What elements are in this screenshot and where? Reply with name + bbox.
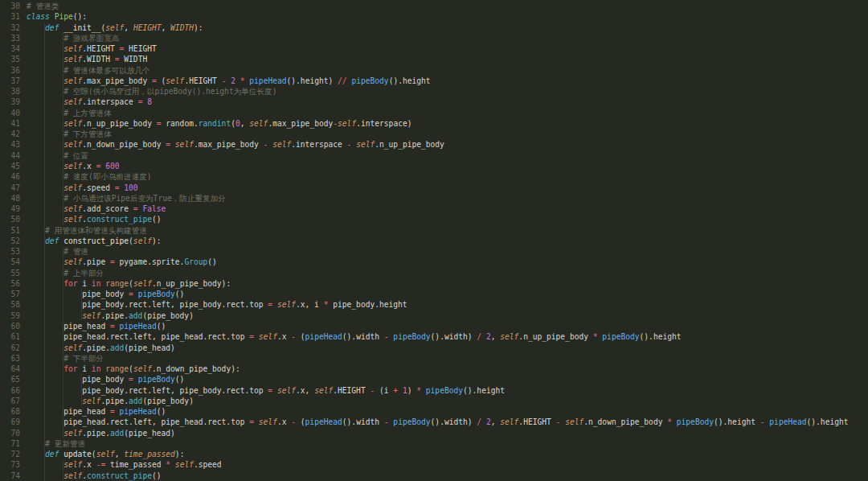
code-token-bl: pipeBody <box>426 386 463 395</box>
code-token-p: ( <box>296 332 305 341</box>
code-token-k: def <box>45 23 59 32</box>
code-content: pipe_body.rect.left, pipe_body.rect.top … <box>27 385 505 396</box>
code-line[interactable]: 47self.speed = 100 <box>0 183 868 193</box>
code-token-p: .pipe. <box>100 311 129 320</box>
indent-guides <box>27 374 82 384</box>
line-number: 41 <box>3 118 20 129</box>
code-token-p: .x <box>277 332 291 341</box>
code-line[interactable]: 53# 管道 <box>0 246 868 257</box>
code-token-p: () <box>152 471 162 480</box>
code-line[interactable]: 35self.WIDTH = WIDTH <box>0 54 868 64</box>
code-line[interactable]: 63# 下半部分 <box>0 353 868 364</box>
code-line[interactable]: 66pipe_body.rect.left, pipe_body.rect.to… <box>0 385 868 396</box>
code-line[interactable]: 45self.x = 600 <box>0 161 868 171</box>
code-line[interactable]: 60pipe_head = pipeHead() <box>0 321 868 331</box>
code-content: # 位置 <box>27 150 88 161</box>
line-number: 44 <box>3 150 20 161</box>
code-line[interactable]: 43self.n_down_pipe_body = self.max_pipe_… <box>0 139 868 150</box>
code-token-p: (pipe_head) <box>124 343 175 352</box>
code-content: # 管道类 <box>27 1 59 11</box>
code-line[interactable]: 33# 游戏界面宽高 <box>0 33 868 43</box>
code-editor[interactable]: 30# 管道类31class Pipe():32def __init__(sel… <box>0 0 868 481</box>
code-content: # 小鸟通过该Pipe后变为True，防止重复加分 <box>27 193 226 204</box>
code-line[interactable]: 67self.pipe.add(pipe_body) <box>0 396 868 406</box>
line-number: 55 <box>3 268 20 278</box>
code-token-p: .pipe. <box>82 343 110 352</box>
code-token-p: .HEIGHT <box>82 44 119 53</box>
code-line[interactable]: 64for i in range(self.n_down_pipe_body): <box>0 364 868 374</box>
code-line[interactable]: 30# 管道类 <box>0 1 868 11</box>
code-line[interactable]: 40# 上方管道体 <box>0 108 868 118</box>
code-line[interactable]: 58pipe_body.rect.left, pipe_body.rect.to… <box>0 299 868 310</box>
code-token-slf: time_passed <box>124 450 175 458</box>
code-line[interactable]: 57pipe_body = pipeBody() <box>0 289 868 299</box>
code-token-p: WIDTH <box>120 55 148 64</box>
code-line[interactable]: 31class Pipe(): <box>0 11 868 22</box>
code-token-slf: self <box>277 386 296 395</box>
code-line[interactable]: 59self.pipe.add(pipe_body) <box>0 310 868 321</box>
code-line[interactable]: 56for i in range(self.n_up_pipe_body): <box>0 278 868 289</box>
code-content: # 空隙(供小鸟穿过用，以pipeBody().height为单位长度) <box>27 86 276 97</box>
line-number: 36 <box>3 65 20 76</box>
line-number: 58 <box>3 299 20 310</box>
code-content: self.WIDTH = WIDTH <box>27 54 147 64</box>
code-line[interactable]: 42# 下方管道体 <box>0 129 868 139</box>
code-line[interactable]: 32def __init__(self, HEIGHT, WIDTH): <box>0 23 868 33</box>
code-token-slf: self <box>166 76 184 85</box>
code-line[interactable]: 71# 更新管道 <box>0 438 868 449</box>
code-line[interactable]: 61pipe_head.rect.left, pipe_head.rect.to… <box>0 331 868 342</box>
code-line[interactable]: 73self.x -= time_passed * self.speed <box>0 459 868 470</box>
code-line[interactable]: 46# 速度(即小鸟前进速度) <box>0 171 868 182</box>
code-token-p: ().height <box>714 417 760 426</box>
code-line[interactable]: 65pipe_body = pipeBody() <box>0 374 868 384</box>
code-token-c: # 速度(即小鸟前进速度) <box>63 172 151 181</box>
code-line[interactable]: 44# 位置 <box>0 150 868 161</box>
code-line[interactable]: 55# 上半部分 <box>0 268 868 278</box>
code-line[interactable]: 38# 空隙(供小鸟穿过用，以pipeBody().height为单位长度) <box>0 86 868 97</box>
line-number: 68 <box>3 406 20 417</box>
code-line[interactable]: 36# 管道体最多可以放几个 <box>0 65 868 76</box>
code-content: self.construct_pipe() <box>27 214 162 224</box>
code-line[interactable]: 69pipe_head.rect.left, pipe_head.rect.to… <box>0 417 868 427</box>
code-content: for i in range(self.n_up_pipe_body): <box>27 278 231 289</box>
code-token-bl: pipeHead <box>120 407 157 416</box>
indent-guides <box>27 438 45 449</box>
indent-guides <box>27 364 63 374</box>
code-token-kc: for <box>63 364 77 373</box>
code-token-slf: self <box>259 332 277 341</box>
code-line[interactable]: 70self.pipe.add(pipe_head) <box>0 428 868 438</box>
code-line[interactable]: 50self.construct_pipe() <box>0 214 868 224</box>
code-token-p: , <box>491 417 501 426</box>
code-token-slf: self <box>277 300 296 309</box>
code-line[interactable]: 74self.construct_pipe() <box>0 471 868 481</box>
indent-guides <box>27 289 82 299</box>
code-token-p: () <box>157 407 166 416</box>
code-line[interactable]: 68pipe_head = pipeHead() <box>0 406 868 417</box>
code-token-p: () <box>207 257 217 266</box>
code-line[interactable]: 51# 用管道体和管道头构建管道 <box>0 225 868 236</box>
code-line[interactable]: 41self.n_up_pipe_body = random.randint(0… <box>0 118 868 129</box>
code-token-slf: self <box>338 119 356 128</box>
code-line[interactable]: 34self.HEIGHT = HEIGHT <box>0 43 868 54</box>
code-token-c: # 更新管道 <box>45 439 85 448</box>
code-line[interactable]: 62self.pipe.add(pipe_head) <box>0 343 868 353</box>
code-line[interactable]: 72def update(self, time_passed): <box>0 449 868 459</box>
code-line[interactable]: 39self.interspace = 8 <box>0 97 868 107</box>
code-line[interactable]: 37self.max_pipe_body = (self.HEIGHT - 2 … <box>0 76 868 86</box>
code-line[interactable]: 54self.pipe = pygame.sprite.Group() <box>0 257 868 267</box>
code-token-p: () <box>152 215 162 224</box>
code-line[interactable]: 49self.add_score = False <box>0 204 868 214</box>
code-token-slf: self <box>249 119 268 128</box>
indent-guides <box>27 76 63 86</box>
code-line[interactable]: 52def construct_pipe(self): <box>0 236 868 246</box>
code-token-p: , <box>115 450 125 458</box>
indent-guides <box>27 321 63 331</box>
code-token-p: .n_down_pipe_body <box>82 140 166 149</box>
code-token-p: pipe_head.rect.left, pipe_head.rect.top <box>63 332 249 341</box>
code-token-p: pipe_body <box>82 375 129 384</box>
code-line[interactable]: 48# 小鸟通过该Pipe后变为True，防止重复加分 <box>0 193 868 204</box>
code-content: for i in range(self.n_down_pipe_body): <box>27 364 240 374</box>
code-token-p: .WIDTH <box>82 55 114 64</box>
indent-guides <box>27 183 63 193</box>
line-number: 38 <box>3 86 20 97</box>
